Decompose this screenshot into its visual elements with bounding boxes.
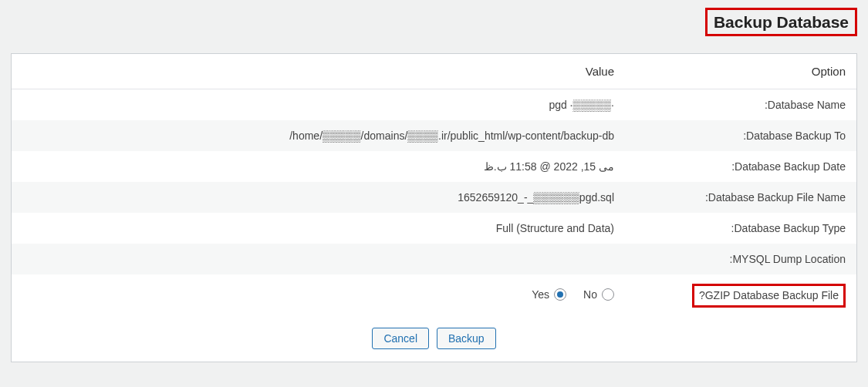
backup-to-label: :Database Backup To: [625, 120, 856, 151]
button-row: Cancel Backup: [12, 317, 856, 362]
gzip-yes-radio[interactable]: [554, 288, 566, 301]
gzip-no-label: No: [583, 288, 597, 301]
gzip-label: ?GZIP Database Backup File: [692, 284, 846, 308]
backup-file-name-label: :Database Backup File Name: [625, 182, 856, 213]
page-title: Backup Database: [705, 8, 857, 36]
backup-date-value: می 15, 2022 @ 11:58 ب.ظ: [12, 151, 625, 182]
dump-location-label: :MYSQL Dump Location: [625, 244, 856, 274]
backup-type-value: Full (Structure and Data): [12, 213, 625, 244]
table-row: No Yes ?GZIP Database Backup File: [12, 274, 856, 317]
gzip-yes-label: Yes: [532, 288, 549, 301]
gzip-no-radio[interactable]: [602, 288, 614, 301]
backup-options-panel: Value Option pgd ·▒▒▒▒▒· :Database Name …: [11, 53, 857, 362]
backup-file-name-value: 1652659120_-_▒▒▒▒▒▒pgd.sql: [12, 182, 625, 213]
backup-to-value: /home/▒▒▒▒▒/domains/▒▒▒▒.ir/public_html/…: [12, 120, 625, 151]
backup-date-label: :Database Backup Date: [625, 151, 856, 182]
options-table: Value Option pgd ·▒▒▒▒▒· :Database Name …: [12, 54, 856, 317]
column-header-value: Value: [12, 54, 625, 89]
table-row: /home/▒▒▒▒▒/domains/▒▒▒▒.ir/public_html/…: [12, 120, 856, 151]
backup-button[interactable]: Backup: [437, 328, 496, 349]
backup-type-label: :Database Backup Type: [625, 213, 856, 244]
database-name-label: :Database Name: [625, 89, 856, 121]
table-row: Full (Structure and Data) :Database Back…: [12, 213, 856, 244]
database-name-value: pgd ·▒▒▒▒▒·: [12, 89, 625, 121]
table-row: :MYSQL Dump Location: [12, 244, 856, 274]
gzip-choice: No Yes: [532, 288, 614, 301]
table-row: pgd ·▒▒▒▒▒· :Database Name: [12, 89, 856, 121]
cancel-button[interactable]: Cancel: [372, 328, 429, 349]
table-row: 1652659120_-_▒▒▒▒▒▒pgd.sql :Database Bac…: [12, 182, 856, 213]
dump-location-value: [12, 244, 625, 274]
table-row: می 15, 2022 @ 11:58 ب.ظ :Database Backup…: [12, 151, 856, 182]
column-header-option: Option: [625, 54, 856, 89]
